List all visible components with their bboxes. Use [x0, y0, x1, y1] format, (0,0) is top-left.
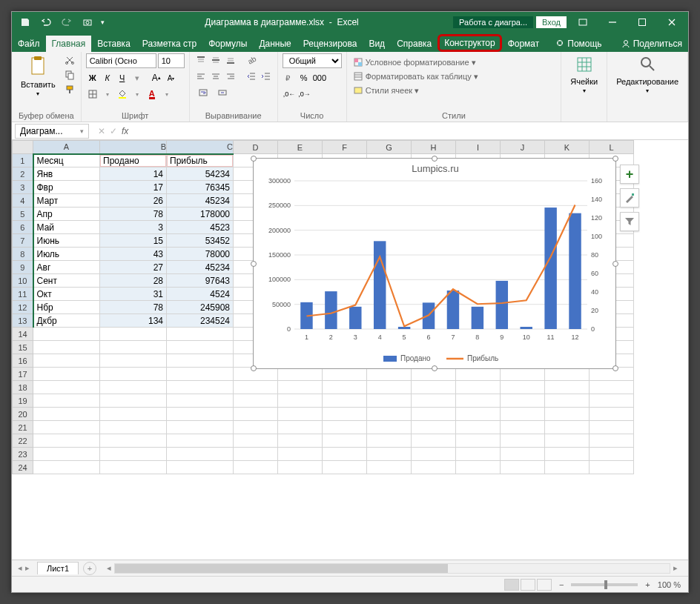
- formula-input[interactable]: [134, 124, 688, 139]
- orientation-icon[interactable]: ab: [245, 53, 258, 67]
- camera-icon[interactable]: [80, 15, 95, 30]
- undo-icon[interactable]: [39, 15, 53, 30]
- tab-page-layout[interactable]: Разметка стр: [136, 36, 202, 52]
- fill-color-icon[interactable]: [116, 87, 129, 101]
- tab-format[interactable]: Формат: [502, 36, 546, 52]
- status-bar: − + 100 %: [12, 576, 688, 592]
- format-painter-icon[interactable]: [63, 83, 76, 96]
- zoom-level[interactable]: 100 %: [658, 580, 681, 589]
- zoom-out-icon[interactable]: −: [559, 580, 564, 589]
- cut-icon[interactable]: [63, 53, 76, 67]
- tab-design[interactable]: Конструктор: [438, 34, 501, 52]
- sheet-nav-next-icon[interactable]: ▸: [25, 563, 30, 573]
- close-icon[interactable]: [658, 12, 685, 33]
- sheet-nav-prev-icon[interactable]: ◂: [18, 563, 22, 573]
- paste-button[interactable]: Вставить▾: [16, 53, 60, 99]
- font-name-input[interactable]: [86, 53, 156, 68]
- svg-rect-113: [383, 356, 397, 362]
- decrease-decimal-icon[interactable]: ,0→: [297, 87, 311, 101]
- cells-button[interactable]: Ячейки▾: [566, 53, 602, 96]
- chart-styles-button[interactable]: [620, 188, 639, 208]
- number-format-select[interactable]: Общий: [283, 53, 342, 68]
- svg-point-10: [624, 41, 627, 44]
- chart-elements-button[interactable]: +: [620, 165, 639, 184]
- enter-icon[interactable]: ✓: [110, 126, 117, 136]
- wrap-text-icon[interactable]: [194, 86, 212, 99]
- underline-button[interactable]: Ч: [116, 71, 129, 84]
- comma-icon[interactable]: 000: [312, 71, 327, 84]
- copy-icon[interactable]: [63, 68, 76, 82]
- fx-icon[interactable]: fx: [122, 126, 128, 136]
- svg-text:60: 60: [591, 270, 598, 277]
- minimize-icon[interactable]: [599, 12, 626, 33]
- align-bottom-icon[interactable]: [224, 53, 237, 67]
- svg-rect-54: [354, 73, 362, 80]
- add-sheet-button[interactable]: +: [83, 562, 96, 575]
- align-right-icon[interactable]: [224, 70, 237, 83]
- svg-text:80: 80: [591, 251, 598, 259]
- increase-decimal-icon[interactable]: ,0←: [283, 87, 297, 101]
- tab-insert[interactable]: Вставка: [91, 36, 136, 52]
- font-color-icon[interactable]: А: [145, 87, 159, 101]
- redo-icon[interactable]: [59, 15, 74, 30]
- svg-text:150000: 150000: [268, 251, 291, 259]
- svg-text:ab: ab: [246, 55, 257, 65]
- worksheet-grid[interactable]: ABCDEFGHIJKL1МесяцПроданоПрибыль2Янв1454…: [12, 140, 688, 560]
- increase-indent-icon[interactable]: [260, 70, 273, 83]
- cell-styles-button[interactable]: Стили ячеек ▾: [351, 84, 420, 96]
- zoom-slider[interactable]: [571, 583, 638, 586]
- tab-data[interactable]: Данные: [253, 36, 297, 52]
- zoom-in-icon[interactable]: +: [645, 580, 650, 589]
- tab-view[interactable]: Вид: [363, 36, 391, 52]
- format-as-table-button[interactable]: Форматировать как таблицу ▾: [351, 70, 480, 82]
- sign-in-button[interactable]: Вход: [536, 16, 567, 28]
- italic-button[interactable]: К: [101, 71, 114, 84]
- cancel-icon[interactable]: ✕: [98, 126, 105, 136]
- normal-view-icon[interactable]: [504, 579, 519, 591]
- svg-text:0: 0: [591, 325, 595, 333]
- percent-icon[interactable]: %: [297, 71, 311, 84]
- chart-filters-button[interactable]: [620, 212, 639, 231]
- tab-help[interactable]: Справка: [391, 36, 438, 52]
- save-icon[interactable]: [18, 15, 33, 30]
- align-top-icon[interactable]: [194, 53, 208, 67]
- tab-formulas[interactable]: Формулы: [202, 36, 253, 52]
- align-left-icon[interactable]: [194, 70, 208, 83]
- editing-button[interactable]: Редактирование▾: [612, 53, 683, 96]
- decrease-indent-icon[interactable]: [245, 70, 258, 83]
- conditional-formatting-button[interactable]: Условное форматирование ▾: [351, 56, 478, 68]
- align-center-icon[interactable]: [209, 70, 222, 83]
- horizontal-scrollbar[interactable]: ◂▸: [104, 563, 681, 574]
- grow-font-icon[interactable]: A▴: [150, 71, 163, 84]
- page-layout-view-icon[interactable]: [521, 579, 535, 591]
- font-size-input[interactable]: [158, 53, 185, 68]
- align-middle-icon[interactable]: [209, 53, 222, 67]
- svg-text:120: 120: [591, 214, 602, 222]
- tab-home[interactable]: Главная: [46, 36, 92, 52]
- borders-icon[interactable]: [86, 87, 99, 101]
- share-button[interactable]: Поделиться: [615, 36, 688, 52]
- name-box[interactable]: Диаграм...▾: [15, 124, 89, 139]
- tab-review[interactable]: Рецензирова: [297, 36, 363, 52]
- svg-text:20: 20: [591, 307, 598, 314]
- svg-text:Прибыль: Прибыль: [467, 354, 498, 362]
- chart-object[interactable]: Lumpics.ru050000100000150000200000250000…: [253, 158, 616, 369]
- svg-rect-16: [68, 73, 73, 79]
- svg-rect-117: [632, 193, 634, 196]
- page-break-view-icon[interactable]: [537, 579, 552, 591]
- svg-rect-98: [520, 327, 532, 329]
- bold-button[interactable]: Ж: [86, 71, 99, 84]
- tell-me[interactable]: Помощь: [549, 36, 607, 52]
- svg-text:1: 1: [305, 333, 308, 341]
- chart-tools-context: Работа с диагра...: [453, 16, 533, 28]
- group-number: Общий ₽ % 000 ,0← ,0→ Число: [278, 52, 347, 122]
- sheet-tab[interactable]: Лист1: [37, 562, 79, 574]
- merge-icon[interactable]: [214, 86, 231, 99]
- svg-text:7: 7: [451, 333, 455, 341]
- currency-icon[interactable]: ₽: [283, 71, 296, 84]
- shrink-font-icon[interactable]: A▾: [165, 71, 178, 84]
- maximize-icon[interactable]: [629, 12, 656, 33]
- ribbon-display-icon[interactable]: [569, 12, 596, 33]
- svg-text:300000: 300000: [268, 177, 291, 185]
- tab-file[interactable]: Файл: [12, 36, 46, 52]
